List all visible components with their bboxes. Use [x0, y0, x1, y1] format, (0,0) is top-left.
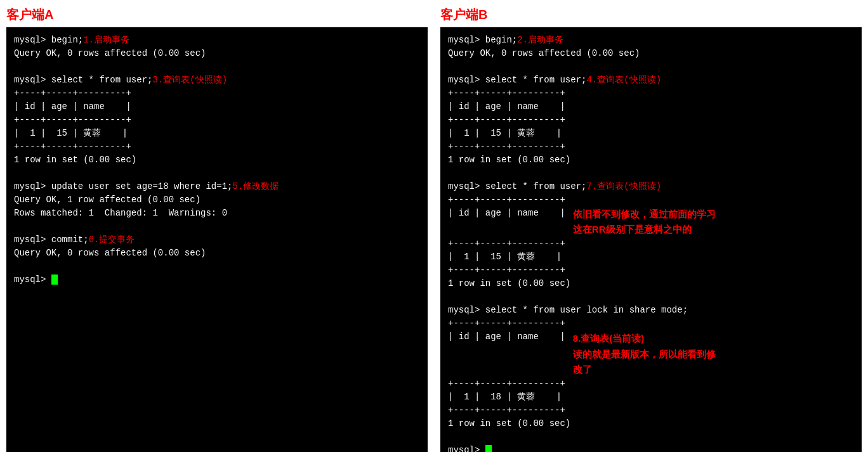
- panel-a: 客户端A mysql> begin;1.启动事务Query OK, 0 rows…: [6, 6, 428, 452]
- panel-b-terminal: mysql> begin;2.启动事务Query OK, 0 rows affe…: [440, 27, 862, 452]
- panel-b: 客户端B mysql> begin;2.启动事务Query OK, 0 rows…: [440, 6, 862, 452]
- panel-b-title: 客户端B: [440, 6, 862, 23]
- panel-a-title: 客户端A: [6, 6, 428, 23]
- panel-a-terminal: mysql> begin;1.启动事务Query OK, 0 rows affe…: [6, 27, 428, 452]
- main-panels: 客户端A mysql> begin;1.启动事务Query OK, 0 rows…: [6, 6, 862, 452]
